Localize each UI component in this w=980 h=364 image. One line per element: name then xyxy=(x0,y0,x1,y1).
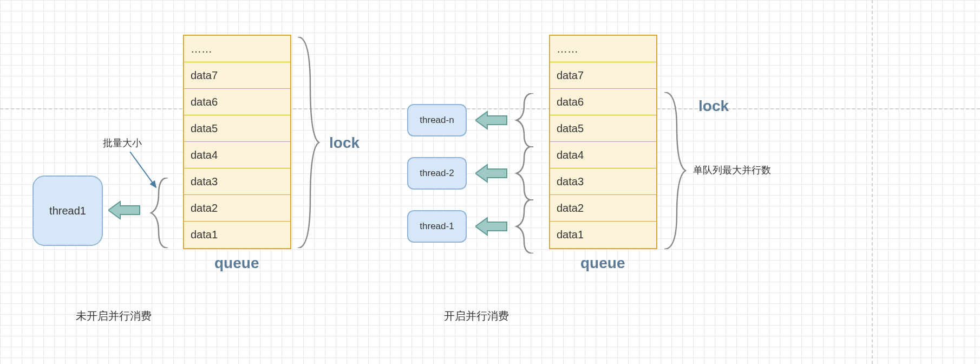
queue-row: data3 xyxy=(550,168,656,195)
queue-cell: …… xyxy=(557,43,578,55)
right-queue: …… data7 data6 data5 data4 data3 data2 d… xyxy=(549,35,657,249)
right-thread-2: thread-2 xyxy=(407,157,467,190)
left-arrow xyxy=(108,199,141,221)
queue-cell: …… xyxy=(191,43,212,55)
queue-row: data1 xyxy=(184,222,290,248)
queue-cell: data6 xyxy=(557,96,584,108)
queue-row: data1 xyxy=(550,222,656,248)
svg-marker-4 xyxy=(475,218,507,235)
queue-cell: data7 xyxy=(557,69,584,82)
queue-row: data5 xyxy=(184,115,290,142)
queue-cell: data5 xyxy=(191,122,218,135)
queue-cell: data6 xyxy=(191,96,218,108)
thread-label: thread-1 xyxy=(420,221,454,232)
svg-marker-2 xyxy=(475,112,507,129)
left-large-brace xyxy=(295,37,322,248)
queue-row: …… xyxy=(184,36,290,62)
queue-row: data7 xyxy=(184,62,290,89)
right-brace-1 xyxy=(514,199,536,253)
svg-line-1 xyxy=(130,152,156,187)
queue-cell: data7 xyxy=(191,69,218,82)
right-thread-1: thread-1 xyxy=(407,210,467,243)
right-brace-n xyxy=(514,93,536,147)
queue-cell: data2 xyxy=(191,202,218,214)
svg-marker-3 xyxy=(475,165,507,182)
thread-label: thread-n xyxy=(420,115,454,126)
left-queue-label: queue xyxy=(214,255,259,272)
svg-marker-0 xyxy=(108,202,140,219)
left-lock-label: lock xyxy=(329,134,360,152)
left-thread-label: thread1 xyxy=(49,205,86,217)
left-batch-label: 批量大小 xyxy=(103,136,142,150)
queue-row: data6 xyxy=(550,89,656,115)
queue-row: data3 xyxy=(184,168,290,195)
queue-cell: data4 xyxy=(557,149,584,161)
queue-row: data4 xyxy=(550,142,656,168)
thread-label: thread-2 xyxy=(420,168,454,179)
right-parallel-label: 单队列最大并行数 xyxy=(693,164,771,177)
queue-cell: data1 xyxy=(557,229,584,241)
right-caption: 开启并行消费 xyxy=(444,309,509,323)
queue-cell: data1 xyxy=(191,229,218,241)
queue-row: data2 xyxy=(550,195,656,222)
right-thread-n: thread-n xyxy=(407,104,467,136)
queue-cell: data2 xyxy=(557,202,584,214)
queue-cell: data4 xyxy=(191,149,218,161)
queue-row: data4 xyxy=(184,142,290,168)
right-large-brace xyxy=(662,92,689,249)
right-lock-label: lock xyxy=(698,98,729,115)
queue-row: …… xyxy=(550,36,656,62)
queue-row: data7 xyxy=(550,62,656,89)
left-caption: 未开启并行消费 xyxy=(76,309,152,323)
queue-row: data5 xyxy=(550,115,656,142)
queue-cell: data3 xyxy=(557,176,584,188)
right-arrow-n xyxy=(475,109,508,131)
right-queue-label: queue xyxy=(580,255,625,272)
left-thread-box: thread1 xyxy=(32,176,103,246)
right-arrow-1 xyxy=(475,216,508,237)
queue-cell: data5 xyxy=(557,122,584,135)
diagram-canvas: thread1 批量大小 …… data7 data6 data5 data4 … xyxy=(0,0,980,364)
right-arrow-2 xyxy=(475,162,508,184)
right-brace-2 xyxy=(514,146,536,200)
queue-row: data2 xyxy=(184,195,290,222)
queue-row: data6 xyxy=(184,89,290,115)
left-batch-arrow xyxy=(129,151,161,194)
left-queue: …… data7 data6 data5 data4 data3 data2 d… xyxy=(183,35,291,249)
queue-cell: data3 xyxy=(191,176,218,188)
